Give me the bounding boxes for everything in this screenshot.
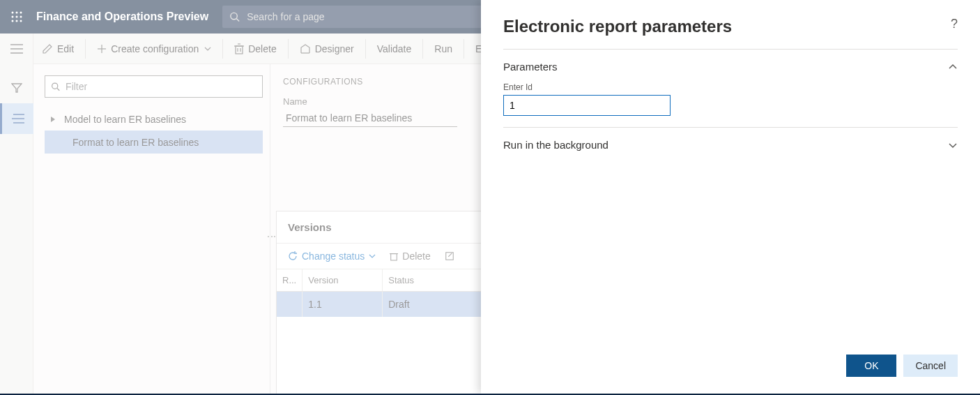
section-parameters: Parameters Enter Id — [503, 49, 958, 127]
chevron-up-icon — [948, 62, 958, 72]
section-background: Run in the background — [503, 127, 958, 162]
enter-id-input[interactable] — [503, 95, 671, 116]
enter-id-label: Enter Id — [503, 82, 958, 92]
chevron-down-icon — [948, 140, 958, 150]
section-parameters-title: Parameters — [503, 61, 558, 73]
cancel-button[interactable]: Cancel — [903, 355, 958, 377]
section-background-title: Run in the background — [503, 139, 608, 151]
section-parameters-header[interactable]: Parameters — [503, 61, 958, 73]
enter-id-field: Enter Id — [503, 82, 958, 116]
ok-button[interactable]: OK — [846, 355, 896, 377]
section-background-header[interactable]: Run in the background — [503, 139, 958, 151]
help-button[interactable]: ? — [951, 17, 958, 31]
parameters-dialog: Electronic report parameters ? Parameter… — [481, 0, 980, 394]
dialog-title: Electronic report parameters — [503, 17, 732, 36]
